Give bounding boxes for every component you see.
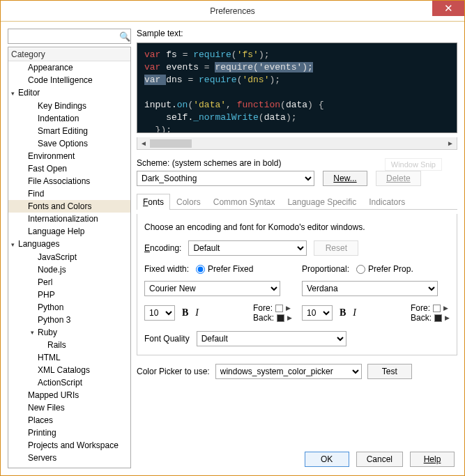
tree-item[interactable]: Servers [8, 452, 130, 464]
scheme-delete-button: Delete [376, 171, 421, 186]
prop-fore-menu-icon[interactable]: ▶ [443, 305, 448, 312]
tree-item-label: Projects and Workspace [28, 440, 119, 450]
tree-item[interactable]: ActionScript [8, 376, 130, 389]
help-button[interactable]: Help [410, 452, 455, 467]
proportional-label: Proportional: [302, 264, 349, 274]
fixed-bold-toggle[interactable]: B [182, 307, 188, 318]
tree-item[interactable]: Save Options [8, 137, 130, 150]
color-picker-test-button[interactable]: Test [367, 364, 412, 379]
prop-back-swatch[interactable] [434, 314, 442, 322]
tree-item[interactable]: Code Intelligence [8, 74, 130, 86]
tree-item[interactable]: File Associations [8, 175, 130, 187]
tree-item-label: Languages [18, 239, 59, 249]
prop-fore-swatch[interactable] [433, 305, 441, 312]
sample-hscrollbar[interactable]: ◄ ► [137, 137, 457, 150]
cancel-button[interactable]: Cancel [356, 452, 403, 467]
twisty-icon[interactable]: ▾ [11, 239, 18, 250]
fixed-fore-swatch[interactable] [275, 305, 283, 312]
tree-item-label: New Files [28, 403, 65, 413]
search-input[interactable] [8, 30, 119, 43]
tree-item-label: ActionScript [38, 378, 82, 387]
twisty-icon[interactable]: ▾ [31, 327, 38, 338]
tree-item-label: Editor [18, 88, 40, 98]
fixed-width-label: Fixed width: [144, 264, 189, 274]
tree-item[interactable]: ▾Languages [8, 238, 130, 251]
fixed-font-select[interactable]: Courier New [144, 281, 280, 296]
tab-indicators[interactable]: Indicators [363, 194, 411, 210]
tree-item-label: HTML [38, 353, 61, 362]
tab-language-specific[interactable]: Language Specific [281, 194, 363, 210]
tree-item-label: Code Intelligence [28, 75, 93, 85]
tree-item[interactable]: Internationalization [8, 213, 130, 225]
scroll-thumb[interactable] [150, 139, 192, 148]
tree-item[interactable]: Smart Editing [8, 125, 130, 137]
fixed-size-select[interactable]: 10 [144, 305, 175, 321]
prop-bold-toggle[interactable]: B [340, 307, 346, 318]
tree-item[interactable]: Printing [8, 427, 130, 439]
tree-item[interactable]: Perl [8, 276, 130, 289]
tree-item[interactable]: Projects and Workspace [8, 439, 130, 452]
color-picker-select[interactable]: windows_system_color_picker [215, 364, 362, 379]
tree-item-label: Printing [28, 428, 56, 438]
search-icon[interactable]: 🔍 [119, 31, 130, 42]
tree-item-label: Save Options [38, 139, 88, 148]
tree-item[interactable]: Environment [8, 150, 130, 162]
tree-item[interactable]: JavaScript [8, 251, 130, 263]
tab-common-syntax[interactable]: Common Syntax [207, 194, 282, 210]
tree-item-label: Python 3 [38, 315, 70, 325]
scroll-right-icon[interactable]: ► [445, 139, 455, 147]
category-tree[interactable]: Category AppearanceCode Intelligence▾Edi… [8, 47, 131, 468]
prop-italic-toggle[interactable]: I [353, 307, 356, 318]
tree-item[interactable]: HTML [8, 351, 130, 364]
tree-item[interactable]: Language Help [8, 225, 130, 238]
encoding-select[interactable]: Default [188, 240, 307, 256]
tree-item[interactable]: Find [8, 187, 130, 200]
tree-item-label: JavaScript [38, 252, 77, 262]
tree-item[interactable]: Node.js [8, 263, 130, 276]
sample-code[interactable]: var fs = require('fs'); var events = req… [137, 43, 457, 133]
right-pane: Sample text: var fs = require('fs'); var… [137, 29, 457, 468]
tree-item[interactable]: Fonts and Colors [8, 200, 130, 213]
tree-item[interactable]: Python 3 [8, 314, 130, 326]
tab-fonts[interactable]: Fonts [137, 194, 170, 210]
tree-item-label: Python [38, 302, 63, 312]
prop-font-select[interactable]: Verdana [302, 281, 438, 296]
tree-item[interactable]: Appearance [8, 61, 130, 74]
scroll-left-icon[interactable]: ◄ [139, 139, 148, 147]
tree-item[interactable]: Python [8, 301, 130, 314]
close-button[interactable]: ✕ [432, 1, 464, 16]
tree-item-label: Rails [47, 340, 66, 350]
font-quality-label: Font Quality [144, 334, 190, 344]
window-title: Preferences [1, 6, 464, 16]
ok-button[interactable]: OK [305, 452, 349, 467]
twisty-icon[interactable]: ▾ [11, 88, 18, 99]
left-pane: 🔍 Category AppearanceCode Intelligence▾E… [8, 29, 131, 468]
tree-item[interactable]: Indentation [8, 112, 130, 125]
scheme-select[interactable]: Dark_Soothing [137, 171, 314, 186]
tab-colors[interactable]: Colors [170, 194, 207, 210]
fixed-back-swatch[interactable] [277, 314, 284, 322]
tree-item[interactable]: Mapped URIs [8, 389, 130, 401]
prefer-prop-radio[interactable]: Prefer Prop. [356, 264, 413, 274]
dialog-buttons: OK Cancel Help [137, 446, 457, 468]
prop-back-menu-icon[interactable]: ▶ [445, 314, 450, 321]
tree-item[interactable]: ▾Editor [8, 86, 130, 100]
tree-item-label: Internationalization [28, 214, 98, 224]
tree-item[interactable]: ▾Ruby [8, 326, 130, 339]
prop-size-select[interactable]: 10 [302, 305, 333, 321]
fixed-italic-toggle[interactable]: I [195, 307, 199, 318]
tree-item[interactable]: Fast Open [8, 162, 130, 175]
fixed-back-menu-icon[interactable]: ▶ [287, 314, 292, 321]
scheme-new-button[interactable]: New... [323, 171, 367, 186]
font-quality-select[interactable]: Default [197, 331, 346, 346]
tree-item[interactable]: XML Catalogs [8, 364, 130, 376]
fixed-fore-menu-icon[interactable]: ▶ [286, 305, 291, 312]
tree-item[interactable]: Places [8, 414, 130, 427]
tree-item[interactable]: Key Bindings [8, 100, 130, 112]
tree-item[interactable]: Rails [8, 339, 130, 351]
tree-item[interactable]: New Files [8, 401, 130, 414]
tree-item-label: Ruby [38, 328, 57, 337]
prefer-fixed-radio[interactable]: Prefer Fixed [196, 264, 253, 274]
tree-item[interactable]: PHP [8, 289, 130, 301]
tree-item-label: PHP [38, 290, 55, 300]
